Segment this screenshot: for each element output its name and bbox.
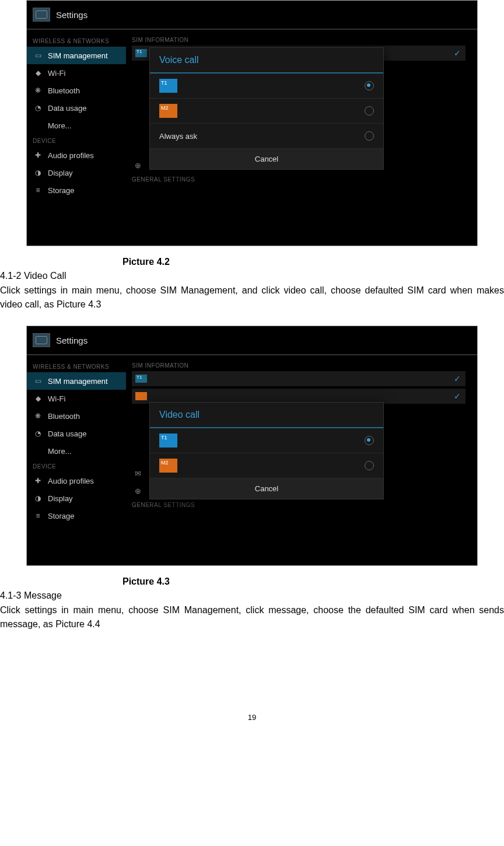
audio-icon: ✚: [33, 151, 43, 159]
sidebar-item-sim[interactable]: ▭SIM management: [27, 372, 126, 390]
dialog-option-sim1[interactable]: T1: [150, 428, 383, 453]
bluetooth-icon: ❋: [33, 86, 43, 95]
settings-sidebar: WIRELESS & NETWORKS ▭SIM management ◆Wi-…: [27, 30, 126, 247]
sidebar-item-label: Display: [48, 494, 73, 503]
screenshot-video-call: Settings WIRELESS & NETWORKS ▭SIM manage…: [26, 326, 478, 566]
dialog-title: Voice call: [150, 48, 383, 74]
page-number: 19: [0, 713, 504, 722]
check-icon: ✓: [454, 391, 461, 401]
sim-row-1[interactable]: T1✓: [132, 371, 466, 386]
right-section-general: GENERAL SETTINGS: [132, 502, 466, 508]
sidebar-item-label: Audio profiles: [48, 151, 94, 160]
section-heading-2: 4.1-3 Message: [0, 590, 504, 601]
sidebar-item-sim[interactable]: ▭SIM management: [27, 47, 126, 64]
sidebar-section-wireless: WIRELESS & NETWORKS: [33, 38, 126, 44]
dialog-option-sim2[interactable]: M2: [150, 453, 383, 478]
check-icon: ✓: [454, 48, 461, 58]
settings-title: Settings: [56, 335, 88, 345]
sidebar-item-more[interactable]: More...: [33, 442, 126, 460]
video-call-dialog: Video call T1 M2 Cancel: [149, 402, 384, 499]
sidebar-item-audio[interactable]: ✚Audio profiles: [33, 146, 126, 164]
sim-chip-icon: T1: [135, 375, 147, 383]
sidebar-item-wifi[interactable]: ◆Wi-Fi: [33, 64, 126, 82]
display-icon: ◑: [33, 169, 43, 177]
sidebar-item-data[interactable]: ◔Data usage: [33, 425, 126, 442]
section-heading-1: 4.1-2 Video Call: [0, 271, 504, 281]
check-icon: ✓: [454, 374, 461, 383]
figure-caption-2: Picture 4.3: [123, 576, 504, 587]
right-section-general: GENERAL SETTINGS: [132, 176, 466, 183]
dialog-cancel-button[interactable]: Cancel: [150, 149, 383, 169]
radio-icon: [365, 461, 374, 470]
right-section-siminfo: SIM INFORMATION: [132, 37, 466, 43]
sim-icon: ▭: [33, 51, 43, 60]
radio-icon: [365, 106, 374, 116]
sidebar-item-label: SIM management: [48, 51, 108, 60]
dialog-option-sim2[interactable]: M2: [150, 99, 383, 124]
sim2-chip-icon: M2: [159, 104, 177, 118]
section-body-1: Click settings in main menu, choose SIM …: [0, 284, 504, 312]
sim2-chip-icon: M2: [159, 459, 177, 473]
globe-icon: ⊕: [132, 487, 144, 495]
sidebar-item-display[interactable]: ◑Display: [33, 490, 126, 507]
more-icon: [33, 121, 43, 130]
sidebar-item-bluetooth[interactable]: ❋Bluetooth: [33, 82, 126, 99]
dialog-cancel-button[interactable]: Cancel: [150, 478, 383, 499]
settings-sidebar: WIRELESS & NETWORKS ▭SIM management ◆Wi-…: [27, 355, 126, 567]
sidebar-item-label: Data usage: [48, 104, 87, 113]
settings-app-icon: [33, 8, 50, 22]
globe-icon: ⊕: [132, 161, 144, 170]
sidebar-item-label: Bluetooth: [48, 86, 80, 95]
sidebar-section-device: DEVICE: [33, 463, 126, 470]
radio-selected-icon: [365, 436, 374, 445]
sidebar-item-label: Display: [48, 169, 73, 177]
dialog-option-sim1[interactable]: T1: [150, 74, 383, 99]
sidebar-item-bluetooth[interactable]: ❋Bluetooth: [33, 407, 126, 425]
sim-chip-icon: T1: [135, 49, 147, 57]
bluetooth-icon: ❋: [33, 412, 43, 420]
data-usage-icon: ◔: [33, 104, 43, 112]
section-body-2: Click settings in main menu, choose SIM …: [0, 603, 504, 631]
sidebar-section-wireless: WIRELESS & NETWORKS: [33, 363, 126, 370]
figure-caption-1: Picture 4.2: [123, 257, 504, 267]
sidebar-item-storage[interactable]: ≡Storage: [33, 181, 126, 199]
sidebar-item-label: Audio profiles: [48, 477, 94, 485]
sidebar-section-device: DEVICE: [33, 138, 126, 144]
settings-title: Settings: [56, 10, 88, 20]
screenshot-voice-call: Settings WIRELESS & NETWORKS ▭SIM manage…: [26, 0, 478, 246]
storage-icon: ≡: [33, 512, 43, 520]
display-icon: ◑: [33, 494, 43, 502]
message-icon: ✉: [132, 469, 144, 478]
dialog-option-label: Always ask: [159, 132, 197, 141]
sidebar-item-label: More...: [48, 121, 71, 130]
sidebar-item-label: Wi-Fi: [48, 394, 65, 403]
radio-selected-icon: [365, 81, 374, 90]
radio-icon: [365, 131, 374, 141]
wifi-icon: ◆: [33, 69, 43, 77]
voice-call-dialog: Voice call T1 M2 Always ask Cancel: [149, 47, 384, 170]
sidebar-item-label: Data usage: [48, 429, 87, 438]
sidebar-item-display[interactable]: ◑Display: [33, 164, 126, 181]
right-section-siminfo: SIM INFORMATION: [132, 362, 466, 369]
sidebar-item-label: Storage: [48, 186, 75, 195]
sidebar-item-label: Bluetooth: [48, 412, 80, 421]
dialog-option-always-ask[interactable]: Always ask: [150, 124, 383, 149]
sidebar-item-audio[interactable]: ✚Audio profiles: [33, 472, 126, 490]
sidebar-item-data[interactable]: ◔Data usage: [33, 99, 126, 117]
storage-icon: ≡: [33, 186, 43, 194]
sidebar-item-label: More...: [48, 447, 71, 456]
sim-chip-icon: [135, 392, 147, 400]
dialog-title: Video call: [150, 403, 383, 428]
sidebar-item-storage[interactable]: ≡Storage: [33, 507, 126, 525]
sidebar-item-label: SIM management: [48, 377, 108, 386]
sidebar-item-label: Wi-Fi: [48, 69, 65, 78]
sidebar-item-label: Storage: [48, 512, 75, 520]
sidebar-item-wifi[interactable]: ◆Wi-Fi: [33, 390, 126, 407]
sim1-chip-icon: T1: [159, 79, 177, 93]
data-usage-icon: ◔: [33, 429, 43, 438]
sim-icon: ▭: [33, 377, 43, 385]
settings-header: Settings: [27, 1, 477, 30]
sidebar-item-more[interactable]: More...: [33, 117, 126, 134]
sim1-chip-icon: T1: [159, 434, 177, 448]
wifi-icon: ◆: [33, 394, 43, 403]
